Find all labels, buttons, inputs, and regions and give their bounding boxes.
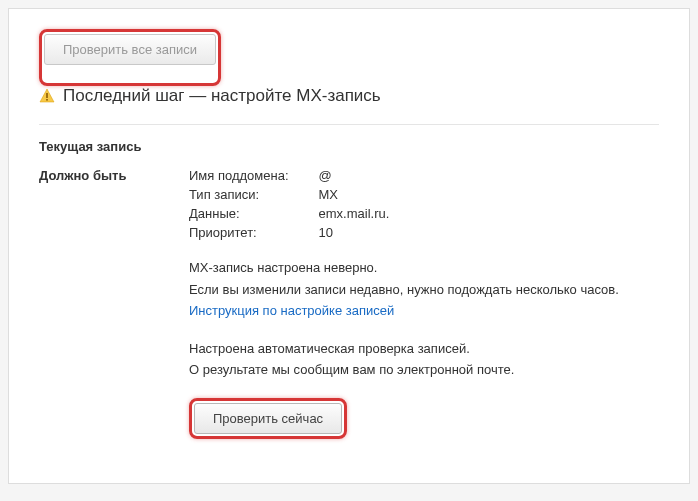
should-be-row: Должно быть Имя поддомена: @ Тип записи:… xyxy=(39,168,659,439)
highlight-check-all: Проверить все записи xyxy=(39,29,221,86)
auto-check-block: Настроена автоматическая проверка записе… xyxy=(189,339,659,380)
should-be-value: Имя поддомена: @ Тип записи: MX Данные: … xyxy=(189,168,659,439)
instructions-link[interactable]: Инструкция по настройке записей xyxy=(189,303,394,318)
page-title: Последний шаг — настройте MX-запись xyxy=(63,86,381,106)
type-value: MX xyxy=(319,187,390,206)
data-label: Данные: xyxy=(189,206,319,225)
warning-icon xyxy=(39,88,55,104)
data-value: emx.mail.ru. xyxy=(319,206,390,225)
heading-row: Последний шаг — настройте MX-запись xyxy=(39,86,659,106)
subdomain-label: Имя поддомена: xyxy=(189,168,319,187)
should-be-label: Должно быть xyxy=(39,168,189,183)
mx-setup-panel: Проверить все записи Последний шаг — нас… xyxy=(8,8,690,484)
status-line2: Если вы изменили записи недавно, нужно п… xyxy=(189,280,659,300)
divider xyxy=(39,124,659,125)
subdomain-value: @ xyxy=(319,168,390,187)
priority-value: 10 xyxy=(319,225,390,244)
svg-rect-0 xyxy=(46,93,48,98)
current-record-label: Текущая запись xyxy=(39,139,189,154)
table-row: Приоритет: 10 xyxy=(189,225,389,244)
current-record-row: Текущая запись xyxy=(39,139,659,154)
type-label: Тип записи: xyxy=(189,187,319,206)
auto-line1: Настроена автоматическая проверка записе… xyxy=(189,339,659,359)
check-now-wrap: Проверить сейчас xyxy=(189,398,659,439)
check-all-button[interactable]: Проверить все записи xyxy=(44,34,216,65)
status-line1: MX-запись настроена неверно. xyxy=(189,258,659,278)
record-fields-table: Имя поддомена: @ Тип записи: MX Данные: … xyxy=(189,168,389,244)
highlight-check-now: Проверить сейчас xyxy=(189,398,347,439)
svg-rect-1 xyxy=(46,99,48,101)
table-row: Данные: emx.mail.ru. xyxy=(189,206,389,225)
status-block: MX-запись настроена неверно. Если вы изм… xyxy=(189,258,659,321)
auto-line2: О результате мы сообщим вам по электронн… xyxy=(189,360,659,380)
check-now-button[interactable]: Проверить сейчас xyxy=(194,403,342,434)
table-row: Тип записи: MX xyxy=(189,187,389,206)
priority-label: Приоритет: xyxy=(189,225,319,244)
table-row: Имя поддомена: @ xyxy=(189,168,389,187)
